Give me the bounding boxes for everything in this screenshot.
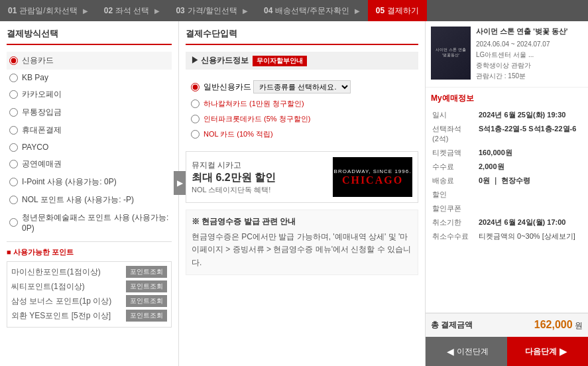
total-row: 총 결제금액 162,000 원 [431,319,583,332]
payment-input-panel: 결제수단입력 ▶ 신용카드정보 무이자할부안내 일반신용카드 카드종류를 선택하… [179,21,426,366]
card-option-hana[interactable]: 하나칼쳐카드 (1만원 청구할인) [186,96,418,111]
payment-option-kbpay[interactable]: KB Pay [7,70,172,86]
info-row-coupon: 할인쿠폰 [431,202,583,215]
ad-image: BROADWAY, SINCE 1996. CHICAGO [333,157,412,197]
payment-option-ipoint[interactable]: I-Point 사용 (사용가능: 0P) [7,173,172,191]
payment-option-notlogin[interactable]: 무통장입금 [7,103,172,121]
next-button-label: 다음단계 [525,346,557,357]
label-notlogin: 무통장입금 [22,107,62,118]
point-btn-samsung[interactable]: 포인트조회 [126,295,167,307]
card-options-list: 일반신용카드 카드종류를 선택하세요. 하나칼쳐카드 (1만원 청구할인) 인터… [186,75,418,145]
notice-section: ※ 현금영수증 발급 관련 안내 현금영수증은 PC에서만 발급 가능하며, '… [186,210,418,275]
radio-kbpay[interactable] [9,74,18,82]
total-label: 총 결제금액 [431,320,473,331]
step-num-1: 01 [8,6,17,15]
point-btn-citi[interactable]: 포인트조회 [126,280,167,292]
payment-option-card[interactable]: 신용카드 [7,52,172,70]
radio-nol-card[interactable] [191,130,200,139]
payment-method-panel: 결제방식선택 신용카드 KB Pay 카카오페이 무통장입금 휴대폰결제 PAY… [0,21,179,366]
card-option-inter[interactable]: 인터파크롯데카드 (5% 청구할인) [186,111,418,127]
info-val-cancel-fee: 티켓금액의 0~30% [상세보기] [477,229,583,243]
label-general: 일반신용카드 [204,82,251,93]
point-label-samsung: 삼성 보너스 포인트(1p 이상) [11,296,111,307]
point-btn-yes[interactable]: 포인트조회 [126,310,167,322]
card-info-header: ▶ 신용카드정보 무이자할부안내 [186,52,418,70]
info-row-fee: 수수료 2,000원 [431,160,583,174]
ad-banner[interactable]: 뮤지컬 시카고 최대 6.2만원 할인 NOL 스테이지단독 혜택! BROAD… [186,151,418,203]
radio-nol[interactable] [9,196,18,204]
total-amount: 162,000 [534,319,573,330]
step-label-4: 배송선택/주문자확인 [275,5,349,17]
radio-inter[interactable] [191,115,200,123]
info-label-discount: 할인 [431,188,477,202]
info-val-discount [477,188,583,202]
payment-option-youth[interactable]: 청년문화예술패스 포인트 사용 (사용가능: 0P) [7,209,172,236]
label-kakao: 카카오페이 [22,89,62,100]
my-booking-title: My예매정보 [431,93,583,104]
ad-sub-text: NOL 스테이지단독 혜택! [192,185,333,195]
step-num-2: 02 [104,6,113,15]
payment-option-ticket[interactable]: 공연예매권 [7,155,172,173]
label-ipoint: I-Point 사용 (사용가능: 0P) [22,176,117,188]
payment-option-nol[interactable]: NOL 포인트 사용 (사용가능: -P) [7,191,172,209]
info-val-seat: S석1층-22열-5 S석1층-22열-6 [477,122,583,146]
step-num-5: 05 [376,6,384,15]
card-option-nol[interactable]: NOL 카드 (10% 적립) [186,127,418,142]
bottom-buttons: ◀ 이전단계 다음단계 ▶ [426,337,588,366]
info-val-coupon [477,202,583,215]
info-row-seat: 선택좌석(2석) S석1층-22열-5 S석1층-22열-6 [431,122,583,146]
point-row-yes: 외환 YES포인트 [5전p 이상] 포인트조회 [11,310,167,322]
prev-arrow-icon: ◀ [447,346,454,357]
nav-step-3[interactable]: 03 가격/할인선택 [168,0,256,21]
info-label-delivery: 배송료 [431,174,477,188]
payment-option-kakao[interactable]: 카카오페이 [7,86,172,103]
radio-hana[interactable] [191,99,200,108]
card-type-select[interactable]: 카드종류를 선택하세요. [253,80,351,93]
payment-option-mobile[interactable]: 휴대폰결제 [7,121,172,139]
ad-big-text: 최대 6.2만원 할인 [192,171,333,185]
label-youth: 청년문화예술패스 포인트 사용 (사용가능: 0P) [22,212,169,233]
info-row-delivery: 배송료 0원 ｜ 현장수령 [431,174,583,188]
points-title: ■ 사용가능한 포인트 [7,247,172,257]
step-label-2: 좌석 선택 [115,5,149,17]
card-option-general[interactable]: 일반신용카드 카드종류를 선택하세요. [186,78,418,96]
poster-text: 사이먼 스톤 연출'벚꽃동산' [436,48,465,58]
next-button[interactable]: 다음단계 ▶ [507,337,589,366]
info-label-cancel-fee: 취소수수료 [431,229,477,243]
nav-step-4[interactable]: 04 배송선택/주문자확인 [256,0,368,21]
card-info-label: ▶ 신용카드정보 [191,55,249,66]
point-row-samsung: 삼성 보너스 포인트(1p 이상) 포인트조회 [11,295,167,307]
info-val-cancel-deadline: 2024년 6월 24일(월) 17:00 [477,215,583,229]
nav-step-5[interactable]: 05 결제하기 [368,0,427,21]
radio-youth[interactable] [9,218,18,227]
point-label-shinhan: 마이신한포인트(1점이상) [11,267,101,278]
radio-ipoint[interactable] [9,178,18,186]
point-btn-shinhan[interactable]: 포인트조회 [126,266,167,278]
ad-title: 뮤지컬 시카고 [192,160,333,171]
nav-step-2[interactable]: 02 좌석 선택 [96,0,168,21]
radio-notlogin[interactable] [9,108,18,117]
info-row-cancel-fee: 취소수수료 티켓금액의 0~30% [상세보기] [431,229,583,243]
nav-step-1[interactable]: 01 관람일/회차선택 [0,0,96,21]
radio-card[interactable] [9,56,18,65]
ad-text: 뮤지컬 시카고 최대 6.2만원 할인 NOL 스테이지단독 혜택! [192,160,333,195]
label-payco: PAYCO [22,143,48,152]
radio-payco[interactable] [9,143,18,152]
point-label-citi: 씨티포인트(1점이상) [11,281,85,292]
ad-image-chicago: CHICAGO [342,174,403,186]
expand-button[interactable]: ▶ [174,171,186,195]
radio-general[interactable] [191,83,200,91]
radio-kakao[interactable] [9,90,18,99]
label-nol-card: NOL 카드 (10% 적립) [204,129,273,139]
next-arrow-icon: ▶ [559,346,567,357]
info-label-seat: 선택좌석(2석) [431,122,477,146]
payment-option-payco[interactable]: PAYCO [7,139,172,155]
prev-button[interactable]: ◀ 이전단계 [426,337,507,366]
radio-ticket[interactable] [9,160,18,168]
show-details: 사이먼 스톤 연출 '벚꽃 동산' 2024.06.04 ~ 2024.07.0… [471,27,583,82]
total-unit: 원 [575,321,583,330]
points-section: ■ 사용가능한 포인트 마이신한포인트(1점이상) 포인트조회 씨티포인트(1점… [7,241,172,328]
info-label-ticket: 티켓금액 [431,146,477,160]
label-inter: 인터파크롯데카드 (5% 청구할인) [204,114,310,124]
radio-mobile[interactable] [9,126,18,135]
